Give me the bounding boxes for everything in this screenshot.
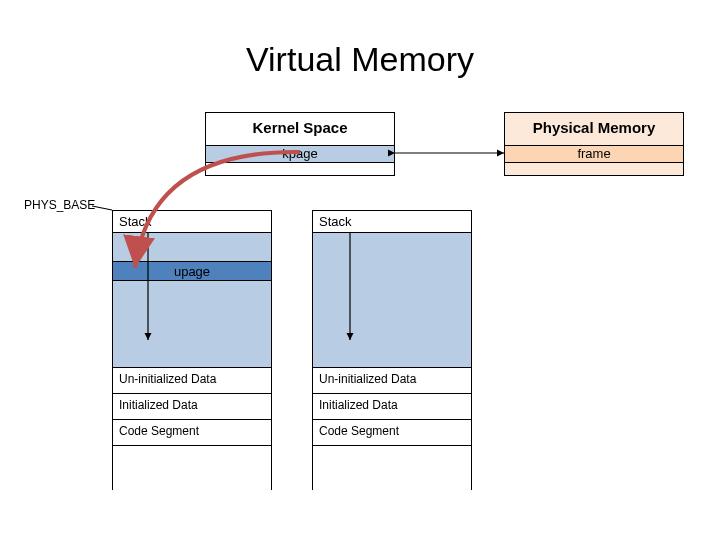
process-column-2: Stack Un-initialized Data Initialized Da… [312, 210, 472, 490]
bottom-gap-2 [313, 445, 471, 491]
code-segment-2: Code Segment [313, 419, 471, 445]
code-segment-1: Code Segment [113, 419, 271, 445]
init-data-1: Initialized Data [113, 393, 271, 419]
init-data-2: Initialized Data [313, 393, 471, 419]
uninit-data-2: Un-initialized Data [313, 367, 471, 393]
kpage-row: kpage [206, 145, 394, 163]
stack-header-1: Stack [113, 211, 271, 233]
uninit-data-1: Un-initialized Data [113, 367, 271, 393]
physical-memory-label: Physical Memory [505, 113, 683, 136]
kernel-space-box: Kernel Space kpage [205, 112, 395, 176]
upage-row: upage [113, 261, 271, 281]
page-title: Virtual Memory [0, 40, 720, 79]
phys-base-label: PHYS_BASE [24, 198, 95, 212]
physical-memory-box: Physical Memory frame [504, 112, 684, 176]
process-column-1: Stack upage Un-initialized Data Initiali… [112, 210, 272, 490]
kernel-space-label: Kernel Space [206, 113, 394, 136]
stack-header-2: Stack [313, 211, 471, 233]
bottom-gap-1 [113, 445, 271, 491]
frame-row: frame [505, 145, 683, 163]
